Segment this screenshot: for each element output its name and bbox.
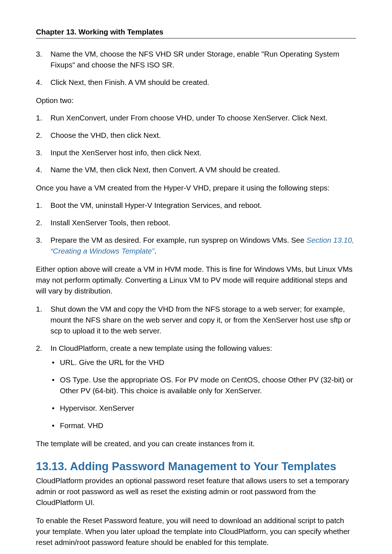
list-text: Choose the VHD, then click Next. [50,131,161,139]
list-item: 2. Choose the VHD, then click Next. [36,130,356,141]
list-item: 4. Click Next, then Finish. A VM should … [36,77,356,88]
list-marker: 1. [36,304,47,315]
list-text: Boot the VM, uninstall Hyper-V Integrati… [50,201,262,209]
paragraph-template-created: The template will be created, and you ca… [36,438,356,449]
list-marker: 3. [36,147,47,158]
list-item: 2. Install XenServer Tools, then reboot. [36,217,356,228]
list-marker: 2. [36,130,47,141]
list-marker: 3. [36,49,47,59]
list-item: 3. Prepare the VM as desired. For exampl… [36,235,356,257]
list-marker: 2. [36,217,47,228]
list-item: 1. Run XenConvert, under From choose VHD… [36,112,356,123]
list-marker: 1. [36,200,47,211]
list-marker: 4. [36,77,47,88]
bullet-item: OS Type. Use the appropriate OS. For PV … [50,374,356,396]
list-item: 1. Shut down the VM and copy the VHD fro… [36,304,356,336]
ordered-list-b: 1. Run XenConvert, under From choose VHD… [36,112,356,176]
list-text: Click Next, then Finish. A VM should be … [50,78,209,86]
list-text-suffix: . [154,247,156,255]
option-two-label: Option two: [36,95,356,106]
list-item: 3. Input the XenServer host info, then c… [36,147,356,158]
list-item: 3. Name the VM, choose the NFS VHD SR un… [36,49,356,70]
bullet-item: Format. VHD [50,420,356,431]
list-text-prefix: Prepare the VM as desired. For example, … [50,236,306,244]
list-text: Name the VM, choose the NFS VHD SR under… [50,50,339,69]
list-item: 4. Name the VM, then click Next, then Co… [36,164,356,175]
paragraph-once-vm: Once you have a VM created from the Hype… [36,182,356,193]
paragraph-either-option: Either option above will create a VM in … [36,264,356,296]
list-text: Install XenServer Tools, then reboot. [50,218,170,227]
bullet-item: Hypervisor. XenServer [50,403,356,414]
ordered-list-continued-a: 3. Name the VM, choose the NFS VHD SR un… [36,49,356,88]
bullet-item: URL. Give the URL for the VHD [50,357,356,368]
list-marker: 2. [36,343,47,354]
list-item: 1. Boot the VM, uninstall Hyper-V Integr… [36,200,356,211]
list-marker: 3. [36,235,47,246]
list-text: Run XenConvert, under From choose VHD, u… [50,114,327,122]
list-marker: 1. [36,112,47,123]
paragraph-section-1: CloudPlatform provides an optional passw… [36,475,356,508]
list-text: In CloudPlatform, create a new template … [50,344,272,352]
chapter-header: Chapter 13. Working with Templates [36,28,356,38]
list-marker: 4. [36,164,47,175]
list-text: Name the VM, then click Next, then Conve… [50,165,280,174]
paragraph-section-2: To enable the Reset Password feature, yo… [36,515,356,548]
list-text: Shut down the VM and copy the VHD from t… [50,305,351,335]
list-item: 2. In CloudPlatform, create a new templa… [36,343,356,431]
section-heading: 13.13. Adding Password Management to You… [36,460,356,473]
bullet-list: URL. Give the URL for the VHD OS Type. U… [50,357,356,431]
ordered-list-d: 1. Shut down the VM and copy the VHD fro… [36,304,356,431]
list-text: Input the XenServer host info, then clic… [50,148,201,157]
ordered-list-c: 1. Boot the VM, uninstall Hyper-V Integr… [36,200,356,257]
